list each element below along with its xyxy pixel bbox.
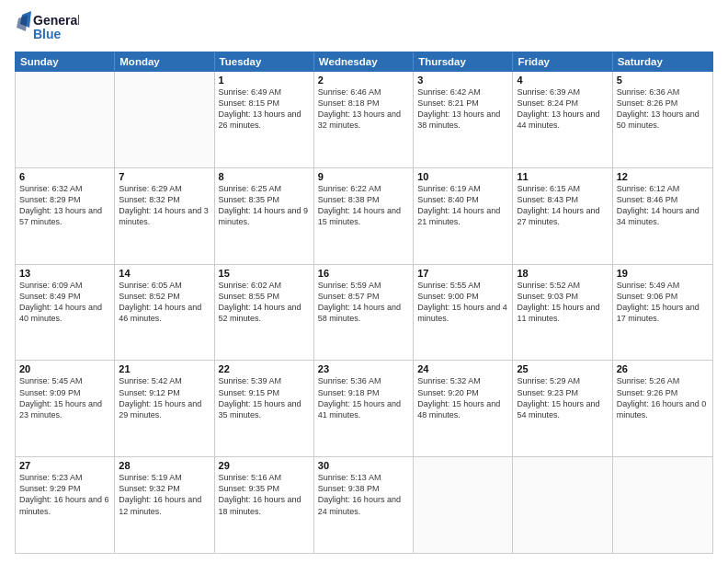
- day-number: 26: [617, 363, 709, 374]
- calendar-cell: 20Sunrise: 5:45 AMSunset: 9:09 PMDayligh…: [16, 361, 115, 456]
- cell-info-line: Sunrise: 6:22 AM: [318, 183, 409, 194]
- cell-info-line: Daylight: 15 hours and 11 minutes.: [517, 302, 608, 324]
- calendar-cell: 7Sunrise: 6:29 AMSunset: 8:32 PMDaylight…: [115, 168, 214, 264]
- calendar-cell: 24Sunrise: 5:32 AMSunset: 9:20 PMDayligh…: [414, 361, 513, 456]
- cell-info-line: Sunset: 9:29 PM: [19, 483, 110, 494]
- day-number: 24: [417, 363, 508, 374]
- day-number: 8: [219, 171, 310, 182]
- cell-info-line: Daylight: 14 hours and 34 minutes.: [617, 205, 709, 227]
- cell-info-line: Daylight: 15 hours and 54 minutes.: [517, 398, 608, 420]
- cell-info-line: Sunset: 8:26 PM: [617, 98, 709, 109]
- calendar-cell: 27Sunrise: 5:23 AMSunset: 9:29 PMDayligh…: [16, 457, 115, 553]
- cell-info-line: Sunrise: 6:39 AM: [517, 86, 608, 98]
- cell-info-line: Sunrise: 6:15 AM: [517, 183, 608, 194]
- cell-info-line: Sunset: 9:26 PM: [617, 387, 709, 398]
- calendar-cell: 8Sunrise: 6:25 AMSunset: 8:35 PMDaylight…: [215, 168, 314, 264]
- day-number: 1: [219, 75, 310, 86]
- svg-text:General: General: [33, 13, 79, 28]
- cell-info-line: Sunrise: 5:16 AM: [219, 472, 310, 483]
- cell-info-line: Sunset: 9:23 PM: [517, 387, 608, 398]
- calendar: SundayMondayTuesdayWednesdayThursdayFrid…: [15, 52, 713, 554]
- logo-svg: General Blue: [15, 11, 79, 44]
- cell-info-line: Sunset: 9:20 PM: [417, 387, 508, 398]
- cell-info-line: Sunset: 8:43 PM: [517, 194, 608, 205]
- cell-info-line: Sunrise: 5:55 AM: [417, 280, 508, 291]
- calendar-cell: [115, 72, 214, 167]
- header-day: Friday: [513, 52, 612, 71]
- day-number: 25: [517, 363, 608, 374]
- day-number: 16: [318, 268, 409, 279]
- cell-info-line: Sunset: 9:35 PM: [219, 483, 310, 494]
- calendar-cell: 30Sunrise: 5:13 AMSunset: 9:38 PMDayligh…: [314, 457, 414, 553]
- day-number: 30: [318, 460, 409, 471]
- calendar-cell: 4Sunrise: 6:39 AMSunset: 8:24 PMDaylight…: [513, 72, 612, 167]
- calendar-week: 27Sunrise: 5:23 AMSunset: 9:29 PMDayligh…: [16, 457, 712, 553]
- cell-info-line: Daylight: 13 hours and 32 minutes.: [318, 109, 409, 131]
- header-day: Sunday: [16, 52, 115, 71]
- logo: General Blue: [15, 11, 79, 44]
- calendar-cell: [613, 457, 712, 553]
- cell-info-line: Daylight: 15 hours and 4 minutes.: [417, 302, 508, 324]
- header: General Blue: [15, 11, 713, 44]
- calendar-week: 20Sunrise: 5:45 AMSunset: 9:09 PMDayligh…: [16, 361, 712, 457]
- day-number: 9: [318, 171, 409, 182]
- calendar-week: 1Sunrise: 6:49 AMSunset: 8:15 PMDaylight…: [16, 72, 712, 168]
- cell-info-line: Sunrise: 5:19 AM: [119, 472, 210, 483]
- day-number: 17: [417, 268, 508, 279]
- day-number: 20: [19, 363, 110, 374]
- cell-info-line: Sunset: 8:52 PM: [119, 291, 210, 302]
- svg-marker-3: [17, 15, 28, 31]
- cell-info-line: Sunset: 9:32 PM: [119, 483, 210, 494]
- calendar-cell: 23Sunrise: 5:36 AMSunset: 9:18 PMDayligh…: [314, 361, 414, 456]
- calendar-cell: 5Sunrise: 6:36 AMSunset: 8:26 PMDaylight…: [613, 72, 712, 167]
- cell-info-line: Daylight: 16 hours and 0 minutes.: [617, 398, 709, 420]
- day-number: 2: [318, 75, 409, 86]
- cell-info-line: Sunrise: 6:19 AM: [417, 183, 508, 194]
- cell-info-line: Sunrise: 6:42 AM: [417, 86, 508, 98]
- day-number: 5: [617, 75, 709, 86]
- cell-info-line: Sunset: 9:18 PM: [318, 387, 409, 398]
- calendar-cell: 17Sunrise: 5:55 AMSunset: 9:00 PMDayligh…: [414, 265, 513, 361]
- cell-info-line: Daylight: 13 hours and 44 minutes.: [517, 109, 608, 131]
- day-number: 18: [517, 268, 608, 279]
- cell-info-line: Daylight: 15 hours and 29 minutes.: [119, 398, 210, 420]
- calendar-cell: 16Sunrise: 5:59 AMSunset: 8:57 PMDayligh…: [314, 265, 414, 361]
- header-day: Monday: [115, 52, 214, 71]
- day-number: 23: [318, 363, 409, 374]
- day-number: 12: [617, 171, 709, 182]
- day-number: 13: [19, 268, 110, 279]
- calendar-cell: 15Sunrise: 6:02 AMSunset: 8:55 PMDayligh…: [215, 265, 314, 361]
- calendar-cell: 11Sunrise: 6:15 AMSunset: 8:43 PMDayligh…: [513, 168, 612, 264]
- cell-info-line: Sunrise: 6:36 AM: [617, 86, 709, 98]
- cell-info-line: Sunrise: 5:42 AM: [119, 375, 210, 386]
- cell-info-line: Daylight: 14 hours and 40 minutes.: [19, 302, 110, 324]
- cell-info-line: Sunset: 8:38 PM: [318, 194, 409, 205]
- cell-info-line: Daylight: 15 hours and 41 minutes.: [318, 398, 409, 420]
- calendar-cell: 18Sunrise: 5:52 AMSunset: 9:03 PMDayligh…: [513, 265, 612, 361]
- cell-info-line: Sunset: 8:57 PM: [318, 291, 409, 302]
- cell-info-line: Sunset: 9:00 PM: [417, 291, 508, 302]
- cell-info-line: Sunset: 8:24 PM: [517, 98, 608, 109]
- cell-info-line: Sunset: 8:18 PM: [318, 98, 409, 109]
- cell-info-line: Daylight: 14 hours and 15 minutes.: [318, 205, 409, 227]
- cell-info-line: Sunset: 9:03 PM: [517, 291, 608, 302]
- cell-info-line: Sunrise: 5:49 AM: [617, 280, 709, 291]
- cell-info-line: Sunset: 9:12 PM: [119, 387, 210, 398]
- day-number: 28: [119, 460, 210, 471]
- cell-info-line: Sunrise: 5:59 AM: [318, 280, 409, 291]
- calendar-cell: 22Sunrise: 5:39 AMSunset: 9:15 PMDayligh…: [215, 361, 314, 456]
- day-number: 3: [417, 75, 508, 86]
- cell-info-line: Daylight: 16 hours and 12 minutes.: [119, 494, 210, 516]
- cell-info-line: Sunrise: 6:32 AM: [19, 183, 110, 194]
- cell-info-line: Sunset: 8:55 PM: [219, 291, 310, 302]
- cell-info-line: Sunrise: 6:46 AM: [318, 86, 409, 98]
- cell-info-line: Daylight: 14 hours and 46 minutes.: [119, 302, 210, 324]
- cell-info-line: Sunrise: 6:29 AM: [119, 183, 210, 194]
- calendar-cell: 12Sunrise: 6:12 AMSunset: 8:46 PMDayligh…: [613, 168, 712, 264]
- cell-info-line: Sunrise: 5:29 AM: [517, 375, 608, 386]
- calendar-body: 1Sunrise: 6:49 AMSunset: 8:15 PMDaylight…: [15, 72, 713, 554]
- calendar-cell: [16, 72, 115, 167]
- cell-info-line: Sunrise: 5:32 AM: [417, 375, 508, 386]
- cell-info-line: Daylight: 16 hours and 24 minutes.: [318, 494, 409, 516]
- cell-info-line: Sunrise: 5:39 AM: [219, 375, 310, 386]
